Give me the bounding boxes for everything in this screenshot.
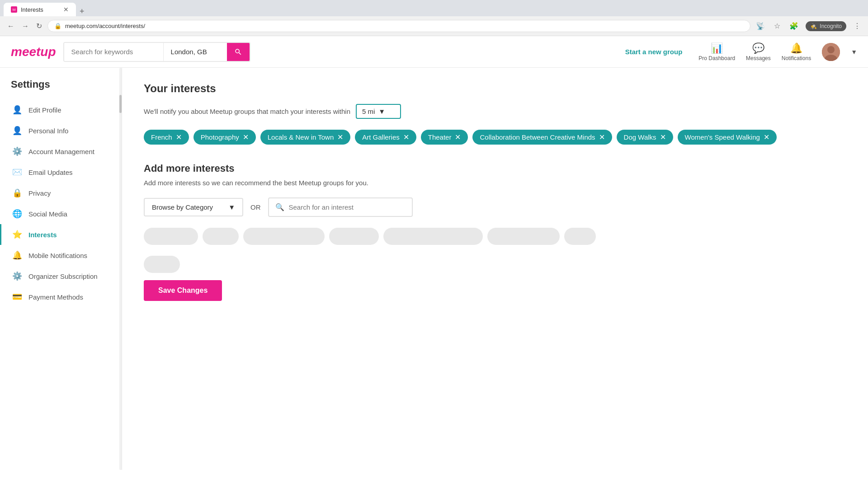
tag-dog-walks[interactable]: Dog Walks ✕ bbox=[617, 130, 673, 145]
distance-select[interactable]: 5 mi ▼ bbox=[356, 104, 401, 119]
tag-label: Art Galleries bbox=[362, 133, 400, 141]
tag-photography[interactable]: Photography ✕ bbox=[193, 130, 256, 145]
tag-label: Collaboration Between Creative Minds bbox=[480, 133, 595, 141]
user-avatar[interactable] bbox=[822, 43, 840, 61]
menu-button[interactable]: ⋮ bbox=[852, 20, 863, 32]
tag-art-galleries[interactable]: Art Galleries ✕ bbox=[355, 130, 416, 145]
sidebar-item-label: Personal Info bbox=[28, 127, 68, 135]
incognito-badge: 🕵️ Incognito bbox=[806, 21, 846, 31]
skeleton-item bbox=[564, 228, 596, 245]
forward-button[interactable]: → bbox=[20, 20, 31, 32]
remove-collaboration-button[interactable]: ✕ bbox=[599, 134, 605, 141]
remove-womens-speed-walking-button[interactable]: ✕ bbox=[764, 134, 769, 141]
notify-description: We'll notify you about Meetup groups tha… bbox=[144, 104, 846, 119]
add-interests-controls: Browse by Category ▼ OR 🔍 bbox=[144, 197, 846, 217]
sidebar-item-label: Email Updates bbox=[28, 169, 73, 176]
sidebar-item-label: Organizer Subscription bbox=[28, 272, 98, 280]
account-chevron-icon[interactable]: ▼ bbox=[851, 48, 857, 56]
start-group-link[interactable]: Start a new group bbox=[625, 48, 683, 56]
sidebar-item-label: Mobile Notifications bbox=[28, 252, 87, 259]
new-tab-button[interactable]: + bbox=[76, 7, 88, 16]
sidebar-item-organizer-subscription[interactable]: ⚙️ Organizer Subscription bbox=[0, 266, 122, 286]
tab-favicon: M bbox=[11, 6, 17, 13]
save-changes-button[interactable]: Save Changes bbox=[144, 280, 222, 301]
search-icon bbox=[234, 48, 242, 56]
messages-nav[interactable]: 💬 Messages bbox=[746, 42, 771, 61]
tag-label: Dog Walks bbox=[624, 133, 656, 141]
browser-toolbar: ← → ↻ 🔒 meetup.com/account/interests/ 📡 … bbox=[0, 16, 868, 36]
sidebar-item-interests[interactable]: ⭐ Interests bbox=[0, 224, 122, 245]
notifications-label: Notifications bbox=[782, 55, 811, 61]
back-button[interactable]: ← bbox=[5, 20, 16, 32]
tag-french[interactable]: French ✕ bbox=[144, 130, 189, 145]
sidebar-item-mobile-notifications[interactable]: 🔔 Mobile Notifications bbox=[0, 245, 122, 266]
payment-icon: 💳 bbox=[12, 292, 22, 302]
tag-label: French bbox=[151, 133, 172, 141]
star-icon: ⭐ bbox=[12, 230, 22, 239]
search-bar bbox=[63, 42, 250, 62]
or-divider: OR bbox=[250, 203, 261, 211]
sidebar-item-email-updates[interactable]: ✉️ Email Updates bbox=[0, 162, 122, 183]
sidebar-item-payment-methods[interactable]: 💳 Payment Methods bbox=[0, 286, 122, 307]
sidebar: Settings 👤 Edit Profile 👤 Personal Info … bbox=[0, 68, 122, 470]
notifications-nav[interactable]: 🔔 Notifications bbox=[782, 42, 811, 61]
avatar-image bbox=[822, 43, 840, 61]
browse-category-chevron-icon: ▼ bbox=[228, 203, 235, 211]
sidebar-item-label: Payment Methods bbox=[28, 293, 83, 301]
bookmark-button[interactable]: ☆ bbox=[772, 20, 782, 32]
person-icon: 👤 bbox=[12, 105, 22, 115]
distance-value: 5 mi bbox=[362, 108, 375, 115]
sidebar-item-social-media[interactable]: 🌐 Social Media bbox=[0, 203, 122, 224]
sidebar-item-edit-profile[interactable]: 👤 Edit Profile bbox=[0, 99, 122, 120]
skeleton-item bbox=[329, 228, 379, 245]
interests-tags-container: French ✕ Photography ✕ Locals & New in T… bbox=[144, 130, 846, 145]
gear-person-icon: ⚙️ bbox=[12, 146, 22, 156]
sidebar-item-personal-info[interactable]: 👤 Personal Info bbox=[0, 120, 122, 141]
sidebar-item-privacy[interactable]: 🔒 Privacy bbox=[0, 183, 122, 203]
email-icon: ✉️ bbox=[12, 167, 22, 177]
messages-label: Messages bbox=[746, 55, 771, 61]
remove-french-button[interactable]: ✕ bbox=[176, 134, 182, 141]
remove-dog-walks-button[interactable]: ✕ bbox=[660, 134, 666, 141]
remove-art-galleries-button[interactable]: ✕ bbox=[403, 134, 409, 141]
main-content: Your interests We'll notify you about Me… bbox=[122, 68, 868, 470]
remove-locals-button[interactable]: ✕ bbox=[337, 134, 343, 141]
browser-tab[interactable]: M Interests ✕ bbox=[4, 3, 76, 16]
search-location-input[interactable] bbox=[164, 43, 227, 61]
sidebar-item-label: Account Management bbox=[28, 148, 94, 155]
tag-locals-new-in-town[interactable]: Locals & New in Town ✕ bbox=[260, 130, 350, 145]
your-interests-title: Your interests bbox=[144, 82, 846, 95]
lock-sidebar-icon: 🔒 bbox=[12, 188, 22, 198]
extensions-button[interactable]: 🧩 bbox=[788, 20, 800, 32]
tag-womens-speed-walking[interactable]: Women's Speed Walking ✕ bbox=[678, 130, 777, 145]
tag-label: Locals & New in Town bbox=[268, 133, 334, 141]
browse-category-label: Browse by Category bbox=[152, 203, 213, 211]
sidebar-item-label: Privacy bbox=[28, 189, 51, 197]
header-nav: 📊 Pro Dashboard 💬 Messages 🔔 Notificatio… bbox=[698, 42, 857, 61]
skeleton-loading-container bbox=[144, 228, 846, 245]
tag-collaboration[interactable]: Collaboration Between Creative Minds ✕ bbox=[472, 130, 612, 145]
remove-photography-button[interactable]: ✕ bbox=[243, 134, 249, 141]
sidebar-item-account-management[interactable]: ⚙️ Account Management bbox=[0, 141, 122, 162]
reload-button[interactable]: ↻ bbox=[34, 20, 44, 32]
meetup-logo[interactable]: meetup bbox=[11, 45, 56, 59]
app-header: meetup Start a new group 📊 Pro Dashboard… bbox=[0, 36, 868, 68]
browse-category-select[interactable]: Browse by Category ▼ bbox=[144, 198, 243, 216]
main-layout: Settings 👤 Edit Profile 👤 Personal Info … bbox=[0, 68, 868, 470]
search-keyword-input[interactable] bbox=[64, 43, 164, 61]
cast-button[interactable]: 📡 bbox=[754, 20, 767, 32]
tag-label: Photography bbox=[201, 133, 239, 141]
search-submit-button[interactable] bbox=[227, 43, 250, 61]
tab-close-button[interactable]: ✕ bbox=[63, 6, 69, 13]
tag-label: Theater bbox=[428, 133, 452, 141]
incognito-icon: 🕵️ bbox=[810, 23, 817, 29]
distance-chevron-icon: ▼ bbox=[378, 108, 385, 115]
pro-dashboard-nav[interactable]: 📊 Pro Dashboard bbox=[698, 42, 735, 61]
skeleton-item bbox=[144, 256, 180, 273]
remove-theater-button[interactable]: ✕ bbox=[455, 134, 461, 141]
lock-icon: 🔒 bbox=[54, 23, 61, 29]
interest-search-input[interactable] bbox=[289, 203, 406, 211]
address-bar[interactable]: 🔒 meetup.com/account/interests/ bbox=[47, 20, 750, 32]
add-interests-title: Add more interests bbox=[144, 163, 846, 174]
tag-theater[interactable]: Theater ✕ bbox=[421, 130, 468, 145]
